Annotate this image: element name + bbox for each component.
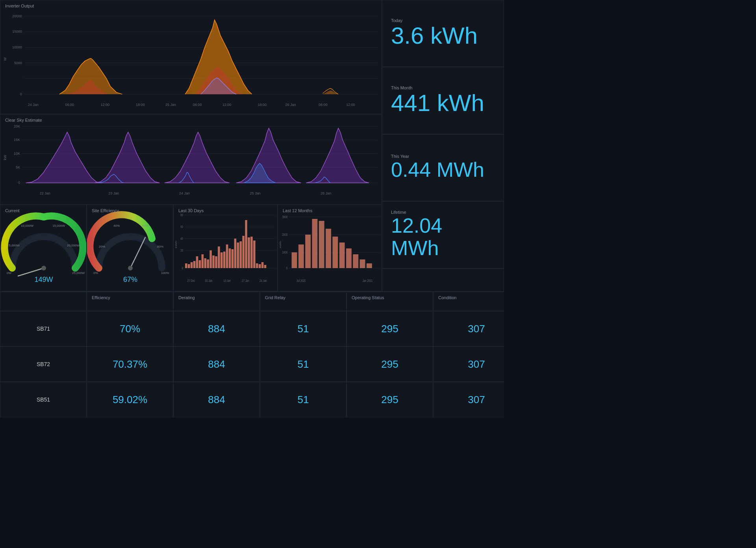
inverter-output-title: Inverter Output (5, 4, 34, 8)
site-efficiency-panel: Site Efficiency 0% (87, 205, 173, 291)
sb72-grid-relay-cell: 51 (260, 346, 346, 382)
table-headers-row: Efficiency Derating Grid Relay Operating… (0, 291, 504, 311)
svg-text:0%: 0% (93, 271, 98, 275)
sb71-condition-cell: 307 (433, 311, 504, 346)
svg-text:W: W (3, 57, 7, 61)
svg-text:12:00: 12:00 (346, 103, 355, 107)
table-row-sb51: SB51 59.02% 884 51 295 307 (0, 382, 504, 417)
last-30-chart: 80 60 40 20 0 kWh (174, 205, 277, 291)
svg-text:kW: kW (3, 155, 7, 160)
svg-text:24 Jan: 24 Jan (179, 191, 190, 195)
svg-text:10000: 10000 (12, 45, 22, 49)
svg-rect-87 (204, 258, 207, 268)
svg-text:0: 0 (182, 266, 183, 270)
svg-text:20000: 20000 (12, 14, 22, 18)
svg-rect-132 (346, 248, 352, 268)
svg-text:03 Jan: 03 Jan (205, 279, 213, 283)
svg-text:3000: 3000 (282, 215, 287, 219)
svg-rect-101 (242, 236, 245, 268)
svg-text:26 Jan: 26 Jan (285, 103, 296, 107)
svg-marker-28 (322, 90, 338, 94)
svg-rect-81 (188, 264, 190, 268)
svg-rect-83 (193, 261, 196, 268)
svg-text:24 Jan: 24 Jan (259, 279, 267, 283)
svg-text:10 Jan: 10 Jan (223, 279, 231, 283)
svg-text:20K: 20K (14, 124, 20, 128)
this-year-value: 0.44 MWh (391, 159, 495, 181)
svg-rect-109 (264, 265, 267, 268)
last-12-months-panel: Last 12 Months 3000 2000 1000 0 kWh (278, 205, 382, 291)
svg-rect-104 (250, 237, 253, 268)
svg-point-61 (128, 266, 133, 270)
svg-text:25 Jan: 25 Jan (165, 103, 176, 107)
svg-point-52 (41, 266, 46, 270)
sb51-operating-status-cell: 295 (346, 382, 433, 417)
svg-text:10,000W: 10,000W (21, 224, 33, 228)
sb71-name-cell: SB71 (0, 311, 87, 346)
sb71-operating-status-cell: 295 (346, 311, 433, 346)
svg-rect-94 (223, 252, 226, 268)
last-30-days-panel: Last 30 Days 80 60 40 20 0 kWh (173, 205, 278, 291)
svg-text:0: 0 (20, 92, 22, 96)
svg-rect-82 (191, 262, 193, 268)
svg-text:24 Jan: 24 Jan (28, 103, 39, 107)
svg-text:06:00: 06:00 (193, 103, 202, 107)
svg-marker-48 (236, 128, 301, 183)
current-panel: Current (0, 205, 87, 291)
svg-rect-98 (234, 239, 237, 268)
svg-marker-50 (306, 128, 369, 183)
today-panel: Today 3.6 kWh (382, 0, 504, 67)
svg-rect-125 (298, 244, 304, 268)
svg-text:06:00: 06:00 (65, 103, 74, 107)
svg-text:10K: 10K (14, 152, 20, 156)
svg-text:100%: 100% (161, 271, 169, 275)
svg-rect-91 (215, 256, 217, 268)
svg-text:22 Jan: 22 Jan (40, 191, 50, 195)
sb51-efficiency-cell: 59.02% (87, 382, 173, 417)
svg-rect-130 (332, 237, 338, 268)
sb72-derating-cell: 884 (173, 346, 260, 382)
svg-text:25 Jan: 25 Jan (250, 191, 261, 195)
sb71-derating-cell: 884 (173, 311, 260, 346)
svg-text:25,000W: 25,000W (72, 271, 85, 275)
svg-text:80: 80 (180, 213, 183, 217)
this-year-panel: This Year 0.44 MWh (382, 134, 504, 201)
svg-text:40%: 40% (113, 224, 120, 228)
today-value: 3.6 kWh (391, 23, 495, 49)
svg-text:12:00: 12:00 (222, 103, 231, 107)
svg-text:20%: 20% (99, 245, 105, 248)
svg-text:5000: 5000 (14, 61, 22, 65)
bottom-panels: Current (0, 205, 382, 291)
svg-rect-85 (199, 260, 201, 268)
sb51-derating-cell: 884 (173, 382, 260, 417)
svg-rect-97 (232, 249, 234, 268)
svg-text:80%: 80% (157, 245, 163, 248)
efficiency-gauge: 0% 20% 40% 60% 80% 100% 67% (87, 205, 173, 291)
svg-text:12:00: 12:00 (100, 103, 109, 107)
svg-rect-108 (261, 262, 264, 268)
svg-text:5,000W: 5,000W (9, 244, 20, 247)
svg-rect-84 (196, 256, 198, 268)
svg-rect-107 (259, 264, 261, 268)
this-month-panel: This Month 441 kWh (382, 67, 504, 134)
sb51-grid-relay-cell: 51 (260, 382, 346, 417)
svg-rect-128 (319, 221, 324, 268)
sb72-efficiency-cell: 70.37% (87, 346, 173, 382)
table-row-sb72: SB72 70.37% 884 51 295 307 (0, 346, 504, 382)
svg-text:15,000W: 15,000W (52, 224, 65, 228)
lifetime-panel: Lifetime 12.04 MWh (382, 201, 504, 268)
svg-text:27 Dec: 27 Dec (187, 279, 195, 283)
svg-rect-124 (292, 252, 297, 268)
this-month-value: 441 kWh (391, 90, 495, 116)
svg-text:67%: 67% (123, 276, 137, 283)
svg-text:40: 40 (180, 237, 183, 241)
svg-rect-89 (209, 250, 212, 268)
sb51-name-cell: SB51 (0, 382, 87, 417)
col-header-condition: Condition (433, 292, 504, 311)
clear-sky-chart: 20K 15K 10K 5K 0 kW 22 Jan 23 Jan 24 Jan… (0, 115, 382, 204)
svg-text:15K: 15K (14, 138, 20, 142)
svg-rect-86 (202, 254, 204, 268)
svg-rect-93 (220, 252, 223, 268)
last-30-title: Last 30 Days (178, 208, 204, 213)
svg-rect-131 (339, 243, 345, 268)
